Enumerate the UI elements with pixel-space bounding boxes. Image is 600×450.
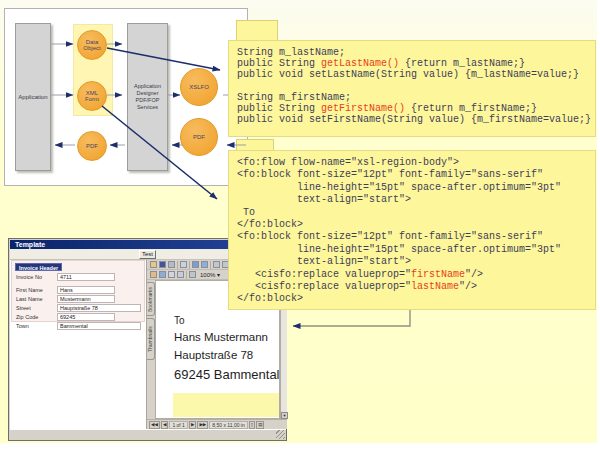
pdf-side-tabs: BookmarksThumbnails [147,280,155,419]
form-row: Zip Code69245 [15,313,143,321]
form-label: Zip Code [16,314,38,320]
continuous-layout-icon[interactable]: ▤ [256,421,264,429]
code-line: public void setFirstName(String value) {… [237,114,595,125]
form-label: Last Name [16,296,43,302]
open-icon[interactable] [150,261,157,268]
code-line: To [237,207,595,219]
graphics-select-icon[interactable] [177,271,184,278]
invoice-form-panel: Invoice Header Invoice No4711First NameH… [10,260,146,429]
toolbar-separator [210,261,211,269]
code-line: <fo:block font-size="12pt" font-family="… [237,169,595,181]
form-input[interactable]: Mustermann [57,295,115,303]
text-select-icon[interactable] [168,271,175,278]
code-line: public void setLastName(String value) {m… [237,69,595,80]
tab-thumbnails[interactable]: Thumbnails [147,318,155,360]
code-line: line-height="15pt" space-after.optimum="… [237,244,595,256]
code-line: </fo:block> [237,219,595,231]
code-line: public String getLastName() {return m_la… [237,58,595,69]
form-rows: Invoice No4711First NameHansLast NameMus… [15,273,143,331]
page-line: To [174,315,185,326]
code-line: <cisfo:replace valueprop="lastName"/> [237,281,595,293]
hand-icon[interactable] [150,271,157,278]
form-row: First NameHans [15,286,143,294]
single-page-layout-icon[interactable]: ▯ [249,421,255,429]
form-input[interactable]: Hauptstraße 78 [57,304,141,312]
node-data-object: Data Object [77,30,107,60]
print-icon[interactable] [168,261,175,268]
page-size-indicator: 8,50 x 11,00 in [209,421,247,429]
form-input[interactable]: 69245 [57,313,115,321]
code-line: <fo:flow flow-name="xsl-region-body"> [237,157,595,169]
form-row: TownBammental [15,322,143,330]
invoice-header-badge: Invoice Header [15,263,62,271]
page-indicator: 1 of 1 [169,421,188,429]
node-xslfo: XSLFO [180,68,218,106]
node-pdf-output: PDF [77,131,107,161]
window-status-strip [10,429,286,440]
java-code-note: String m_lastName;public String getLastN… [228,40,596,137]
form-fields-area: Invoice Header Invoice No4711First NameH… [11,260,145,322]
code-line: <cisfo:replace valueprop="firstName"/> [237,269,595,281]
find-again-icon[interactable] [201,261,208,268]
form-label: Town [16,323,29,329]
next-page-icon[interactable]: ▶ [189,421,196,429]
screenshot-stage: Application Application Designer PDF/FOP… [0,0,600,450]
node-pdf-rendered: PDF [180,118,218,156]
node-application-designer: Application Designer PDF/FOP Services [127,23,168,171]
pdf-status-bar: ◀◀ ◀ 1 of 1 ▶ ▶▶ 8,50 x 11,00 in ▯ ▤ [147,419,287,429]
code-line: <fo:block font-size="12pt" font-family="… [237,231,595,243]
form-label: Street [16,305,31,311]
code-line: text-align="start"> [237,194,595,206]
page-line: Hans Mustermann [174,331,268,343]
zoom-level[interactable]: 100% ▾ [200,271,220,278]
zoom-in-icon[interactable] [159,271,166,278]
java-note-tab [236,20,278,42]
scroll-down-icon[interactable]: ▼ [281,412,288,419]
find-icon[interactable] [192,261,199,268]
code-line [237,81,595,92]
toolbar-separator [186,271,187,279]
form-label: First Name [16,287,43,293]
prev-page-icon[interactable] [213,261,220,268]
toolbar-separator [189,261,190,269]
code-line: </fo:block> [237,293,595,305]
toolbar-separator [177,261,178,269]
rotate-icon[interactable] [189,271,196,278]
tab-bookmarks[interactable]: Bookmarks [147,282,155,316]
code-line: public String getFirstName() {return m_f… [237,103,595,114]
prev-page-icon[interactable]: ◀ [161,421,168,429]
form-row: Last NameMustermann [15,295,143,303]
code-line: String m_firstName; [237,92,595,103]
code-line: line-height="15pt" space-after.optimum="… [237,182,595,194]
node-application: Application [15,23,51,171]
page-line: 69245 Bammental [174,367,280,382]
page-line: Hauptstraße 78 [174,349,253,361]
last-page-icon[interactable]: ▶▶ [197,421,208,429]
save-icon[interactable] [159,261,166,268]
xslfo-code-note: <fo:flow flow-name="xsl-region-body"><fo… [228,150,596,310]
form-row: StreetHauptstraße 78 [15,304,143,312]
form-input[interactable]: 4711 [57,273,115,281]
page-edge [0,443,600,450]
node-xml-form: XML Form [77,81,107,111]
code-line: String m_lastName; [237,47,595,58]
form-input[interactable]: Hans [57,286,115,294]
resize-grip[interactable] [276,430,285,439]
form-label: Invoice No [16,274,42,280]
code-line: text-align="start"> [237,256,595,268]
pdf-highlight-block [173,393,279,417]
test-button[interactable]: Test [139,250,156,259]
form-input[interactable]: Bammental [57,322,141,330]
copy-icon[interactable] [180,261,187,268]
form-row: Invoice No4711 [15,273,143,281]
first-page-icon[interactable]: ◀◀ [149,421,160,429]
